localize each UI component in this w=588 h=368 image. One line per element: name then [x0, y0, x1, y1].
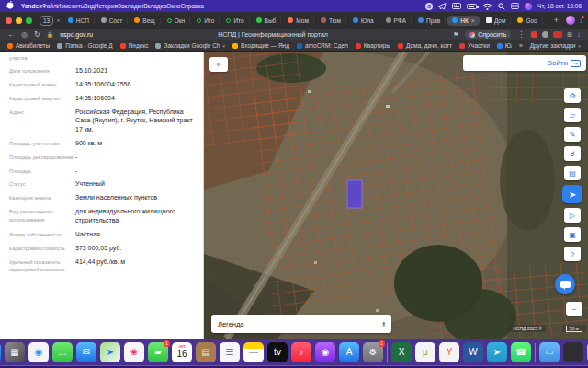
- window-minimize-button[interactable]: [16, 17, 22, 24]
- Дома, дачи, котт[interactable]: Дома, дачи, котт: [398, 42, 452, 49]
- ssl-lock-icon[interactable]: 🔒: [47, 31, 54, 38]
- dock-whatsapp[interactable]: ☎: [511, 342, 531, 362]
- new-tab-button[interactable]: +: [550, 16, 562, 25]
- menu-item[interactable]: Вкладка: [143, 3, 166, 9]
- url-field[interactable]: nspd.gov.ru: [60, 31, 93, 38]
- dock-messages[interactable]: …: [52, 342, 73, 362]
- Ито[interactable]: Ито: [221, 16, 249, 26]
- tab-close-icon[interactable]: ×: [471, 17, 475, 24]
- refresh-button[interactable]: ↻: [34, 30, 40, 39]
- tab-list-chevron-icon[interactable]: ▾: [57, 17, 60, 23]
- telegram-icon[interactable]: [438, 2, 447, 10]
- dock-reminders[interactable]: ☰: [220, 342, 240, 362]
- chat-button[interactable]: [555, 274, 575, 294]
- dock-word[interactable]: W: [463, 342, 483, 362]
- dock-photos[interactable]: ❀: [124, 342, 144, 362]
- downloads-icon[interactable]: ↓: [579, 17, 582, 25]
- menu-item[interactable]: Закладки: [118, 3, 143, 9]
- Сост[interactable]: Сост: [96, 16, 129, 26]
- dock-mail[interactable]: ✉: [76, 342, 96, 362]
- wifi-icon[interactable]: [482, 2, 492, 10]
- toolbar-menu-dots[interactable]: ⋮: [517, 30, 525, 39]
- Прав[interactable]: Прав: [413, 16, 446, 26]
- selected-parcel[interactable]: [347, 180, 362, 208]
- draw-tool-button[interactable]: ✎: [564, 127, 581, 142]
- screenshot-tool-button[interactable]: ▣: [564, 227, 581, 242]
- НСП[interactable]: НСП: [63, 16, 95, 26]
- Папка - Google Д[interactable]: Папка - Google Д: [57, 42, 112, 49]
- panel-collapse-button[interactable]: «: [209, 57, 228, 72]
- cursor-tool-button[interactable]: ▷: [564, 208, 581, 223]
- dock-safari[interactable]: ◉: [28, 342, 49, 362]
- identify-tool-button[interactable]: ➤: [562, 185, 582, 203]
- dock-yandex-browser[interactable]: Y: [439, 342, 459, 362]
- sidebar-toggle-icon[interactable]: ↓: [577, 30, 581, 39]
- Авиабилеты[interactable]: Авиабилеты: [7, 42, 50, 49]
- Входящие — Янд[interactable]: Входящие — Янд: [232, 42, 289, 49]
- menu-item[interactable]: Изменить: [57, 3, 84, 9]
- back-button[interactable]: ←: [7, 30, 15, 39]
- zoom-out-button[interactable]: −: [566, 302, 582, 316]
- dock-contacts[interactable]: ▤: [196, 342, 216, 362]
- recorder-extension-icon[interactable]: [553, 31, 562, 38]
- dock-settings[interactable]: ⚙1: [363, 342, 383, 362]
- Юла[interactable]: Юла: [348, 16, 379, 26]
- Вещ[interactable]: Вещ: [130, 16, 160, 26]
- dock-separator-2[interactable]: [535, 343, 536, 362]
- amoCRM: Сдел[interactable]: amoCRM: Сдел: [297, 42, 348, 49]
- Ито[interactable]: Ито: [192, 16, 220, 26]
- adblock-extension-icon[interactable]: [531, 31, 537, 38]
- control-center-icon[interactable]: [511, 2, 519, 10]
- help-tool-button[interactable]: ?: [564, 247, 581, 261]
- dock-podcasts[interactable]: ◉: [315, 342, 335, 362]
- extension-icon[interactable]: [542, 31, 548, 38]
- measure-tool-button[interactable]: ▱: [564, 108, 581, 122]
- dock-facetime[interactable]: ▰1: [148, 342, 168, 362]
- bookmark-flag-icon[interactable]: ⚑: [453, 31, 458, 39]
- alice-ask-button[interactable]: Спросить: [465, 30, 511, 39]
- Яндекс[interactable]: Яндекс: [120, 42, 149, 49]
- dock-appstore[interactable]: A: [339, 342, 359, 362]
- battery-icon[interactable]: [467, 4, 477, 9]
- siri-icon[interactable]: [525, 3, 532, 10]
- Goo[interactable]: Goo: [513, 16, 542, 26]
- Квартиры[interactable]: Квартиры: [356, 42, 390, 49]
- dock-utorrent[interactable]: µ: [415, 342, 435, 362]
- dock-minimized-window[interactable]: [563, 342, 583, 362]
- menu-item[interactable]: Файл: [42, 3, 57, 9]
- Выб[interactable]: Выб: [252, 16, 282, 26]
- НК[interactable]: НК×: [447, 16, 480, 26]
- protect-icon[interactable]: ◎: [21, 30, 28, 39]
- bookmarks-overflow-icon[interactable]: »: [519, 42, 523, 49]
- print-tool-button[interactable]: ▤: [564, 166, 581, 180]
- dock-excel[interactable]: X: [391, 342, 412, 362]
- menu-item[interactable]: Yandex: [21, 3, 42, 9]
- share-tool-button[interactable]: ☌: [564, 146, 581, 161]
- login-button[interactable]: Войти →: [463, 55, 586, 71]
- menu-clock[interactable]: Чт, 18 окт. 13:06: [537, 3, 582, 9]
- apple-menu-icon[interactable]: [6, 1, 14, 11]
- dock-calendar[interactable]: ОКТ16: [172, 342, 192, 362]
- keyboard-icon[interactable]: [452, 2, 461, 10]
- dock-telegram[interactable]: ➤: [487, 342, 507, 362]
- browser-profile-avatar[interactable]: [566, 16, 575, 25]
- menu-item[interactable]: Вид: [84, 3, 95, 9]
- map-canvas[interactable]: « Войти → ⚙▱✎☌▤➤▷▣? − Легенда ▴▾ НСПД 20…: [204, 52, 588, 339]
- Окн[interactable]: Окн: [163, 16, 191, 26]
- window-zoom-button[interactable]: [26, 17, 32, 24]
- menu-item[interactable]: История: [95, 3, 118, 9]
- Юла - доска[interactable]: Юла - доска: [497, 42, 512, 49]
- profile-icon[interactable]: G: [425, 3, 433, 10]
- legend-dropdown[interactable]: Легенда ▴▾: [211, 315, 391, 333]
- tab-count-badge[interactable]: 13: [40, 16, 53, 26]
- collections-icon[interactable]: ⊞: [567, 31, 572, 39]
- dock-folder[interactable]: ▭: [539, 342, 560, 362]
- other-bookmarks-button[interactable]: Другие закладки▾: [530, 42, 581, 49]
- dock-finder[interactable]: ☺: [0, 342, 1, 362]
- Тюм[interactable]: Тюм: [316, 16, 346, 26]
- dock-separator[interactable]: [387, 343, 388, 362]
- Закладки Google Ch[interactable]: Закладки Google Ch▾: [155, 42, 225, 49]
- search-icon[interactable]: [498, 2, 505, 10]
- menu-item[interactable]: Окно: [166, 3, 180, 9]
- dock-notes[interactable]: —: [243, 342, 264, 362]
